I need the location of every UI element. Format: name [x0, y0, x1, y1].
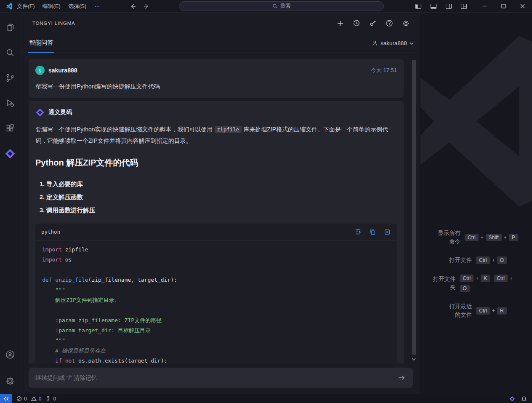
shortcut-row: 显示所有命令Ctrl+Shift+P: [434, 229, 518, 246]
new-chat-icon[interactable]: [335, 19, 345, 28]
account-chip[interactable]: sakura888: [372, 40, 414, 46]
message-timestamp: 今天 17:51: [371, 67, 397, 74]
code-language-label: python: [41, 229, 60, 235]
back-arrow-icon[interactable]: [130, 3, 136, 10]
run-debug-icon[interactable]: [0, 91, 20, 116]
shortcut-keys: Ctrl+O: [476, 256, 507, 264]
shortcut-label: 打开文件: [446, 256, 472, 264]
warning-icon: [31, 396, 37, 401]
key-cap: Ctrl: [476, 256, 490, 264]
vscode-window: 文件(F) 编辑(E) 选择(S) ⋯ 搜索: [0, 0, 532, 403]
code-line: import zipfile: [42, 245, 390, 255]
ports-count: 0: [53, 396, 56, 402]
code-block: python: [35, 224, 397, 363]
ai-message-head: 通义灵码: [35, 108, 397, 117]
close-button[interactable]: [513, 0, 532, 13]
ai-name: 通义灵码: [48, 109, 72, 116]
remote-indicator[interactable]: [0, 394, 12, 403]
shortcut-keys: Ctrl+Shift+P: [465, 234, 518, 241]
code-line: 解压ZIP文件到指定目录。: [42, 295, 390, 305]
notifications-bell-icon[interactable]: [521, 396, 527, 402]
chat-input[interactable]: [35, 374, 397, 381]
command-search-box[interactable]: 搜索: [179, 1, 384, 11]
search-sidebar-icon[interactable]: [0, 40, 20, 65]
panel-actions: [335, 19, 410, 28]
toggle-secondary-sidebar-icon[interactable]: [443, 1, 454, 12]
code-actions: [354, 228, 391, 236]
menu-more-button[interactable]: ⋯: [90, 2, 104, 11]
code-line: import os: [42, 255, 390, 265]
code-line: :param zip_filename: ZIP文件的路径: [42, 315, 390, 326]
account-name: sakura888: [380, 40, 407, 46]
tab-smart-qa[interactable]: 智能问答: [28, 34, 54, 53]
forward-arrow-icon[interactable]: [143, 3, 150, 10]
code-body[interactable]: import zipfileimport os def unzip_file(z…: [35, 240, 397, 363]
lingma-status-icon[interactable]: [509, 396, 515, 402]
menu-file[interactable]: 文件(F): [13, 2, 39, 11]
code-line: [42, 265, 390, 275]
user-avatar: s: [35, 66, 45, 75]
explorer-icon[interactable]: [0, 15, 20, 40]
extensions-icon[interactable]: [0, 116, 20, 141]
inline-code: zipfile: [215, 126, 242, 133]
editor-area: 显示所有命令Ctrl+Shift+P打开文件Ctrl+O打开文件夹Ctrl+KC…: [420, 13, 532, 394]
layout-controls: [413, 1, 469, 12]
code-line: [42, 305, 390, 315]
key-cap: P: [509, 234, 518, 241]
toggle-sidebar-icon[interactable]: [413, 1, 424, 12]
key-cap: Ctrl: [476, 307, 490, 315]
intro-text-before: 要编写一个使用Python实现的快速解压缩文件的脚本，我们可以使用: [35, 126, 213, 133]
history-nav: [130, 3, 150, 10]
menu-selection[interactable]: 选择(S): [64, 2, 90, 11]
chat-input-row: [29, 368, 413, 388]
user-message-head: s sakura888 今天 17:51: [35, 66, 397, 75]
send-icon[interactable]: [397, 373, 406, 382]
step-item-1: 导入必要的库: [46, 178, 397, 191]
ports-indicator[interactable]: 0: [45, 396, 56, 402]
code-line: :param target_dir: 目标解压目录: [42, 326, 390, 336]
source-control-icon[interactable]: [0, 65, 20, 91]
chat-scroll-area[interactable]: s sakura888 今天 17:51 帮我写一份使用Python编写的快捷解…: [20, 53, 420, 363]
ai-message-card: 通义灵码 要编写一个使用Python实现的快速解压缩文件的脚本，我们可以使用zi…: [29, 101, 404, 363]
ai-intro-paragraph: 要编写一个使用Python实现的快速解压缩文件的脚本，我们可以使用zipfile…: [35, 124, 397, 146]
maximize-button[interactable]: [494, 0, 513, 13]
minimize-button[interactable]: [475, 0, 494, 13]
scrollbar-thumb[interactable]: [412, 60, 416, 355]
code-line: def unzip_file(zip_filename, target_dir)…: [42, 275, 390, 285]
scroll-down-icon[interactable]: [411, 356, 417, 362]
settings-gear-icon[interactable]: [0, 368, 20, 394]
tongyi-lingma-icon[interactable]: [0, 141, 20, 166]
toggle-panel-icon[interactable]: [428, 1, 439, 12]
key-icon[interactable]: [368, 19, 378, 28]
steps-list: 导入必要的库 定义解压函数 调用函数进行解压: [35, 178, 397, 217]
panel-settings-icon[interactable]: [401, 19, 410, 28]
activity-bar: [0, 13, 20, 394]
customize-layout-icon[interactable]: [458, 1, 469, 12]
shortcut-list: 显示所有命令Ctrl+Shift+P打开文件Ctrl+O打开文件夹Ctrl+KC…: [420, 229, 532, 319]
problems-indicator[interactable]: 0 0: [16, 396, 41, 402]
search-icon: [272, 3, 278, 9]
insert-new-file-icon[interactable]: [383, 228, 391, 236]
insert-code-icon[interactable]: [354, 228, 362, 236]
code-line: if not os.path.exists(target_dir):: [42, 356, 390, 363]
shortcut-keys: Ctrl+KCtrl+O: [460, 275, 523, 292]
history-icon[interactable]: [352, 19, 361, 28]
key-cap: O: [460, 285, 470, 292]
account-icon[interactable]: [0, 342, 20, 367]
help-icon[interactable]: [385, 19, 394, 28]
radio-tower-icon: [45, 396, 51, 401]
lingma-panel: TONGYI LINGMA: [20, 13, 420, 394]
shortcut-keys: Ctrl+R: [476, 307, 506, 315]
menu-edit[interactable]: 编辑(E): [39, 2, 64, 11]
key-cap: Ctrl: [460, 275, 474, 282]
warning-count: 0: [39, 396, 42, 402]
vscode-watermark-icon: [420, 24, 532, 218]
copy-code-icon[interactable]: [369, 228, 376, 236]
code-block-header: python: [35, 224, 397, 240]
shortcut-label: 打开文件夹: [430, 275, 456, 292]
code-line: """: [42, 285, 390, 295]
key-cap: R: [497, 307, 507, 315]
ai-heading: Python 解压ZIP文件的代码: [35, 157, 397, 168]
user-message-card: s sakura888 今天 17:51 帮我写一份使用Python编写的快捷解…: [29, 59, 404, 98]
lingma-logo-icon: [35, 108, 45, 117]
